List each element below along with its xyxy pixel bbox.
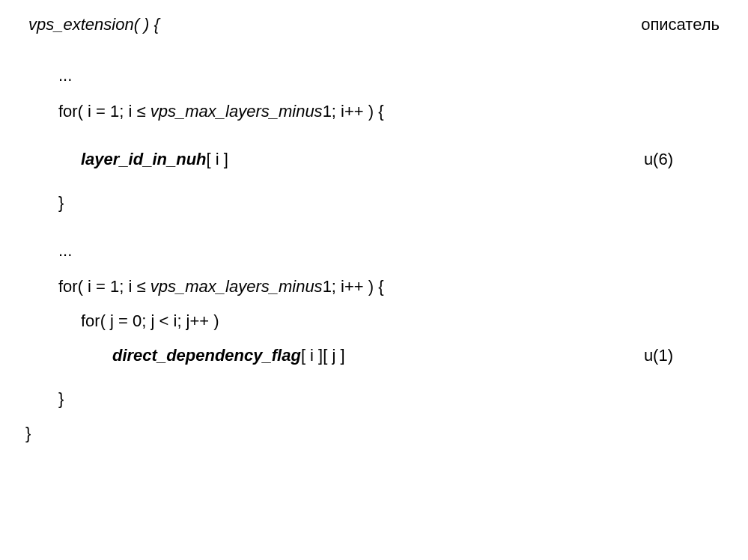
layer-id-line: layer_id_in_nuh[ i ] u(6)	[22, 150, 726, 171]
descriptor-column-header: описатель	[641, 15, 726, 34]
layer-id-code: layer_id_in_nuh[ i ]	[22, 150, 228, 169]
header-row: vps_extension( ) { описатель	[22, 15, 726, 34]
close-brace-1a-text: }	[22, 193, 64, 213]
direct-dependency-code: direct_dependency_flag[ i ][ j ]	[22, 346, 345, 365]
close-brace-final-text: }	[22, 424, 31, 443]
for-loop-j: for( j = 0; j < i; j++ )	[22, 311, 726, 332]
function-signature: vps_extension( ) {	[22, 15, 159, 34]
descriptor-u1: u(1)	[644, 346, 726, 365]
descriptor-u6: u(6)	[644, 150, 726, 169]
ellipsis-line-2: ...	[22, 241, 726, 261]
ellipsis-line-1: ...	[22, 66, 726, 85]
for-loop-2-code: for( i = 1; i ≤ vps_max_layers_minus1; i…	[22, 277, 384, 296]
for-loop-2: for( i = 1; i ≤ vps_max_layers_minus1; i…	[22, 277, 726, 298]
close-brace-final: }	[22, 424, 726, 445]
close-brace-2-text: }	[22, 389, 64, 409]
direct-dependency-line: direct_dependency_flag[ i ][ j ] u(1)	[22, 346, 726, 367]
for-loop-j-code: for( j = 0; j < i; j++ )	[22, 311, 219, 331]
for-loop-1: for( i = 1; i ≤ vps_max_layers_minus1; i…	[22, 102, 726, 123]
for-loop-1-code: for( i = 1; i ≤ vps_max_layers_minus1; i…	[22, 102, 384, 121]
close-brace-1a: }	[22, 193, 726, 214]
close-brace-2: }	[22, 389, 726, 410]
